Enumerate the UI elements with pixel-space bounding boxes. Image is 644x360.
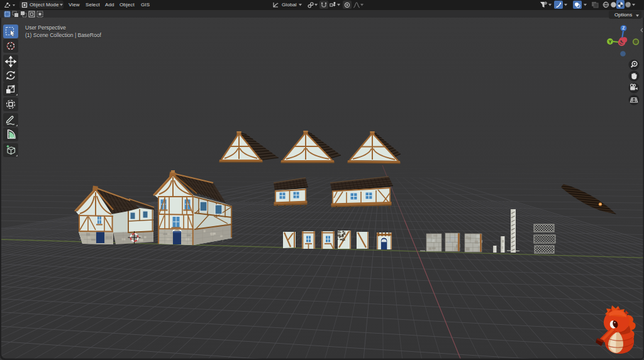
svg-text:Y: Y: [609, 40, 612, 44]
svg-text:Z: Z: [622, 26, 625, 30]
